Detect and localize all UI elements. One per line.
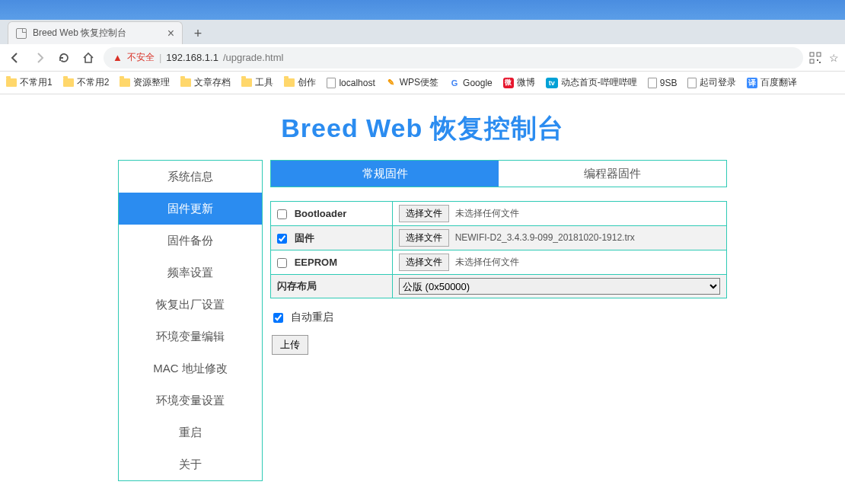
forward-button[interactable] bbox=[30, 49, 49, 67]
bookmark-item[interactable]: 9SB bbox=[648, 78, 678, 88]
bookmark-item[interactable]: 工具 bbox=[241, 76, 273, 89]
translate-icon: 译 bbox=[747, 78, 757, 88]
upgrade-form-table: Bootloader 选择文件 未选择任何文件 固件 选择文件 NEWIFI-D… bbox=[270, 201, 727, 298]
auto-reboot-row: 自动重启 bbox=[273, 311, 727, 324]
not-secure-label: 不安全 bbox=[127, 51, 155, 64]
back-button[interactable] bbox=[6, 49, 24, 67]
bilibili-icon: tv bbox=[546, 78, 558, 88]
bookmark-item[interactable]: 文章存档 bbox=[180, 76, 231, 89]
address-bar[interactable]: ▲ 不安全 | 192.168.1.1/upgrade.html bbox=[104, 47, 803, 69]
bookmark-item[interactable]: GGoogle bbox=[449, 78, 493, 88]
svg-rect-0 bbox=[810, 53, 814, 56]
browser-toolbar: ▲ 不安全 | 192.168.1.1/upgrade.html ☆ bbox=[0, 44, 845, 72]
firmware-tab[interactable]: 常规固件 bbox=[271, 161, 499, 187]
flash-layout-label-cell: 闪存布局 bbox=[271, 275, 393, 298]
firmware-tabs: 常规固件编程器固件 bbox=[270, 160, 727, 187]
page-content: Breed Web 恢复控制台 系统信息固件更新固件备份频率设置恢复出厂设置环境… bbox=[0, 94, 845, 481]
flash-layout-label: 闪存布局 bbox=[277, 280, 317, 292]
firmware-file-button[interactable]: 选择文件 bbox=[399, 229, 449, 247]
google-icon: G bbox=[449, 78, 460, 88]
upload-button[interactable]: 上传 bbox=[272, 335, 308, 355]
bootloader-file-status: 未选择任何文件 bbox=[455, 208, 519, 219]
bookmark-item[interactable]: localhost bbox=[327, 78, 375, 88]
folder-icon bbox=[241, 78, 252, 87]
bookmark-label: 文章存档 bbox=[194, 76, 231, 89]
page-icon bbox=[648, 78, 657, 88]
bookmark-label: WPS便签 bbox=[400, 76, 438, 89]
svg-rect-2 bbox=[810, 59, 814, 63]
bootloader-checkbox[interactable] bbox=[277, 209, 287, 219]
firmware-checkbox[interactable] bbox=[277, 234, 287, 244]
folder-icon bbox=[6, 78, 17, 87]
bootloader-label: Bootloader bbox=[295, 208, 347, 219]
bookmark-item[interactable]: tv动态首页-哔哩哔哩 bbox=[546, 76, 637, 89]
bookmark-label: 资源整理 bbox=[133, 76, 170, 89]
main-panel: 常规固件编程器固件 Bootloader 选择文件 未选择任何文件 固件 bbox=[270, 160, 727, 355]
eeprom-label: EEPROM bbox=[295, 257, 337, 268]
bookmark-item[interactable]: 不常用2 bbox=[63, 76, 110, 89]
qr-icon[interactable] bbox=[809, 52, 821, 64]
sidebar-nav: 系统信息固件更新固件备份频率设置恢复出厂设置环境变量编辑MAC 地址修改环境变量… bbox=[118, 160, 263, 481]
sidebar-item[interactable]: 重启 bbox=[119, 416, 262, 448]
bookmark-label: 不常用1 bbox=[20, 76, 53, 89]
sidebar-item[interactable]: 频率设置 bbox=[119, 257, 262, 289]
tab-title: Breed Web 恢复控制台 bbox=[33, 27, 126, 40]
firmware-label: 固件 bbox=[295, 232, 314, 244]
flash-layout-select[interactable]: 公版 (0x50000) bbox=[399, 278, 720, 295]
home-button[interactable] bbox=[79, 49, 97, 67]
bootloader-file-button[interactable]: 选择文件 bbox=[399, 205, 449, 222]
eeprom-file-button[interactable]: 选择文件 bbox=[399, 254, 449, 271]
flash-layout-value-cell: 公版 (0x50000) bbox=[393, 275, 727, 298]
row-eeprom-label-cell: EEPROM bbox=[271, 250, 393, 275]
sidebar-item[interactable]: MAC 地址修改 bbox=[119, 352, 262, 384]
sidebar-item[interactable]: 关于 bbox=[119, 448, 262, 480]
eeprom-checkbox[interactable] bbox=[277, 258, 287, 268]
sidebar-item[interactable]: 固件备份 bbox=[119, 225, 262, 257]
bookmark-label: 不常用2 bbox=[77, 76, 110, 89]
bookmark-item[interactable]: 微微博 bbox=[503, 76, 535, 89]
reload-button[interactable] bbox=[55, 49, 73, 67]
bookmark-label: 9SB bbox=[660, 78, 678, 88]
firmware-tab[interactable]: 编程器固件 bbox=[499, 161, 726, 187]
bookmark-item[interactable]: ✎WPS便签 bbox=[386, 76, 438, 89]
warning-icon: ▲ bbox=[113, 52, 123, 63]
bookmark-item[interactable]: 资源整理 bbox=[120, 76, 170, 89]
bookmark-label: 微博 bbox=[517, 76, 535, 89]
bookmark-label: 工具 bbox=[255, 76, 273, 89]
sidebar-item[interactable]: 恢复出厂设置 bbox=[119, 289, 262, 321]
folder-icon bbox=[180, 78, 191, 87]
row-bootloader-file-cell: 选择文件 未选择任何文件 bbox=[393, 202, 727, 226]
row-bootloader-label-cell: Bootloader bbox=[271, 202, 393, 226]
bookmark-item[interactable]: 创作 bbox=[284, 76, 316, 89]
separator: | bbox=[159, 52, 161, 63]
close-tab-icon[interactable]: × bbox=[167, 27, 174, 40]
bookmark-label: 创作 bbox=[298, 76, 316, 89]
eeprom-file-status: 未选择任何文件 bbox=[455, 257, 519, 267]
weibo-icon: 微 bbox=[503, 78, 514, 88]
new-tab-button[interactable]: + bbox=[187, 23, 209, 44]
row-firmware-file-cell: 选择文件 NEWIFI-D2_3.4.3.9-099_20181020-1912… bbox=[393, 226, 727, 250]
folder-icon bbox=[284, 78, 295, 87]
bookmark-label: localhost bbox=[339, 78, 375, 88]
sidebar-item[interactable]: 固件更新 bbox=[119, 193, 262, 225]
browser-tab-strip: Breed Web 恢复控制台 × + bbox=[0, 20, 845, 44]
auto-reboot-checkbox[interactable] bbox=[273, 313, 283, 323]
sidebar-item[interactable]: 环境变量设置 bbox=[119, 384, 262, 416]
sidebar-item[interactable]: 系统信息 bbox=[119, 161, 262, 193]
bookmarks-bar: 不常用1不常用2资源整理文章存档工具创作localhost✎WPS便签GGoog… bbox=[0, 72, 845, 94]
browser-tab-active[interactable]: Breed Web 恢复控制台 × bbox=[8, 21, 183, 44]
firmware-file-status: NEWIFI-D2_3.4.3.9-099_20181020-1912.trx bbox=[455, 232, 635, 243]
star-icon[interactable]: ☆ bbox=[829, 52, 839, 64]
auto-reboot-label: 自动重启 bbox=[291, 311, 333, 323]
page-icon bbox=[16, 28, 27, 39]
svg-rect-3 bbox=[817, 59, 818, 61]
bookmark-label: Google bbox=[463, 78, 493, 88]
bookmark-label: 起司登录 bbox=[700, 76, 736, 89]
sidebar-item[interactable]: 环境变量编辑 bbox=[119, 321, 262, 352]
bookmark-item[interactable]: 不常用1 bbox=[6, 76, 53, 89]
bookmark-item[interactable]: 译百度翻译 bbox=[747, 76, 797, 89]
folder-icon bbox=[63, 78, 74, 87]
bookmark-item[interactable]: 起司登录 bbox=[687, 76, 736, 89]
window-titlebar bbox=[0, 0, 845, 20]
page-icon bbox=[687, 78, 697, 88]
